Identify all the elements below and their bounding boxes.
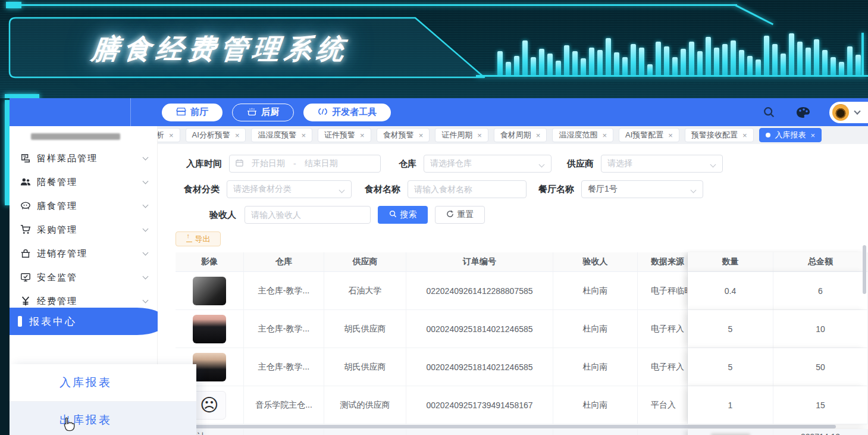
supplier-cell: 胡氏供应商 [324,310,406,348]
chevron-down-icon[interactable] [143,154,149,160]
submenu-item-入库报表[interactable]: 入库报表 [10,364,196,402]
close-icon[interactable]: × [301,131,306,140]
sidebar-item-label: 采购管理 [37,224,143,236]
date-range-input[interactable]: 开始日期 - 结束日期 [229,155,381,173]
row-fixed-cols: 510 [688,310,868,348]
row-photo[interactable] [193,353,226,381]
chevron-down-icon[interactable] [143,226,149,231]
horizontal-scrollbar-thumb[interactable] [176,425,836,428]
supplier-select[interactable]: 请选择 [601,155,723,173]
tab-label: 证件预警 [324,130,355,140]
tab-back-kitchen[interactable]: 后厨 [232,104,294,121]
image-cell[interactable] [176,310,244,348]
close-icon[interactable]: × [419,131,424,140]
tab-front-hall[interactable]: 前厅 [162,104,223,121]
calendar-icon [236,159,243,168]
sidebar-item-进销存管理[interactable]: 进销存管理 [10,242,157,265]
tab-入库报表[interactable]: 入库报表× [759,128,822,142]
row-scroll-cols: 主仓库-教学...石油大学02202409261412288807585杜向南电… [176,272,688,310]
audio-bar [689,42,694,75]
chevron-down-icon[interactable] [854,108,860,114]
avatar[interactable] [832,104,849,121]
inspector-input[interactable] [245,206,371,224]
user-menu[interactable] [829,102,868,123]
vertical-scrollbar[interactable] [863,245,866,294]
search-icon[interactable] [763,106,776,119]
export-button[interactable]: 导出 [176,231,221,246]
restaurant-select[interactable]: 餐厅1号 [581,180,703,198]
tab-AI分析预警[interactable]: AI分析预警× [186,128,246,142]
audio-bars [497,0,868,75]
audio-bar [756,60,761,75]
audio-bar [497,51,503,75]
audio-bar [772,44,778,75]
row-scroll-cols: 影像仓库供应商订单编号验收人数据来源 [176,252,688,272]
report-center-icon [18,316,22,327]
close-icon[interactable]: × [477,131,482,140]
close-icon[interactable]: × [360,131,365,140]
sidebar-item-采购管理[interactable]: 采购管理 [10,218,157,242]
audio-bar [656,42,661,75]
close-icon[interactable]: × [742,131,747,140]
sidebar-item-陪餐管理[interactable]: 陪餐管理 [10,170,157,194]
sidebar-item-label: 膳食管理 [37,201,143,212]
system-title: 膳食经费管理系统 [22,31,419,68]
sidebar-item-安全监管[interactable]: 安全监管 [10,265,157,289]
tab-分析[interactable]: 分析× [158,128,180,142]
close-icon[interactable]: × [536,131,541,140]
category-select[interactable]: 请选择食材分类 [227,180,352,198]
tab-食材周期[interactable]: 食材周期× [494,128,547,142]
tab-温湿度预警[interactable]: 温湿度预警× [251,128,312,142]
row-photo[interactable] [193,315,226,343]
audio-bar [814,39,819,75]
row-photo[interactable] [193,277,226,305]
inspector-cell: 杜向南 [553,348,638,386]
tab-AI预警配置[interactable]: AI预警配置× [619,128,679,142]
tab-label: 入库报表 [775,130,806,140]
audio-bar [856,55,861,75]
close-icon[interactable]: × [169,131,174,140]
close-icon[interactable]: × [811,131,816,140]
close-icon[interactable]: × [602,131,607,140]
chevron-down-icon[interactable] [143,273,149,279]
table-row: 主仓库-教学...石油大学02202409261412288807585杜向南电… [176,272,868,310]
tab-食材预警[interactable]: 食材预警× [377,128,430,142]
sidebar-item-report-center[interactable]: 报表中心 [10,308,167,335]
column-header-数据来源: 数据来源 [638,252,688,272]
palette-icon[interactable] [796,106,809,119]
sidebar-item-留样菜品管理[interactable]: 留样菜品管理 [10,146,157,170]
tab-证件预警[interactable]: 证件预警× [318,128,371,142]
audio-bar [781,54,786,75]
audio-bar [664,46,669,75]
close-icon[interactable]: × [668,131,673,140]
horizontal-scrollbar[interactable] [176,424,868,429]
close-icon[interactable]: × [235,131,240,140]
search-button[interactable]: 搜索 [378,206,428,224]
tab-label: 分析 [158,130,164,140]
warehouse-select[interactable]: 请选择仓库 [424,155,551,173]
chevron-down-icon[interactable] [143,178,149,184]
chevron-down-icon[interactable] [143,249,149,255]
audio-bar [639,48,644,75]
cursor-hand-icon [61,417,76,432]
audio-bar [681,49,686,75]
tab-label: AI预警配置 [625,130,663,140]
inventory-icon [20,248,31,259]
submenu-item-出库报表[interactable]: 出库报表 [10,402,196,435]
image-placeholder-sad-icon[interactable]: ☹ [193,391,226,420]
ingredient-name-input[interactable] [408,180,527,198]
image-cell[interactable] [176,272,244,310]
quantity-cell: 0.4 [688,272,773,310]
top-banner: 膳食经费管理系统 [0,0,868,98]
chevron-down-icon[interactable] [143,297,149,303]
filter-row-2: 食材分类 请选择食材分类 食材名称 餐厅名称 餐厅1号 [176,180,868,198]
sidebar-item-膳食管理[interactable]: 膳食管理 [10,194,157,218]
sidebar-item-blurred[interactable] [31,133,120,140]
tab-developer-tools[interactable]: 开发者工具 [303,104,391,121]
reset-button[interactable]: 重置 [435,206,485,224]
warehouse-label: 仓库 [399,158,416,170]
tab-温湿度范围[interactable]: 温湿度范围× [552,128,613,142]
tab-证件周期[interactable]: 证件周期× [435,128,488,142]
tab-预警接收配置[interactable]: 预警接收配置× [685,128,754,142]
chevron-down-icon[interactable] [143,202,149,208]
